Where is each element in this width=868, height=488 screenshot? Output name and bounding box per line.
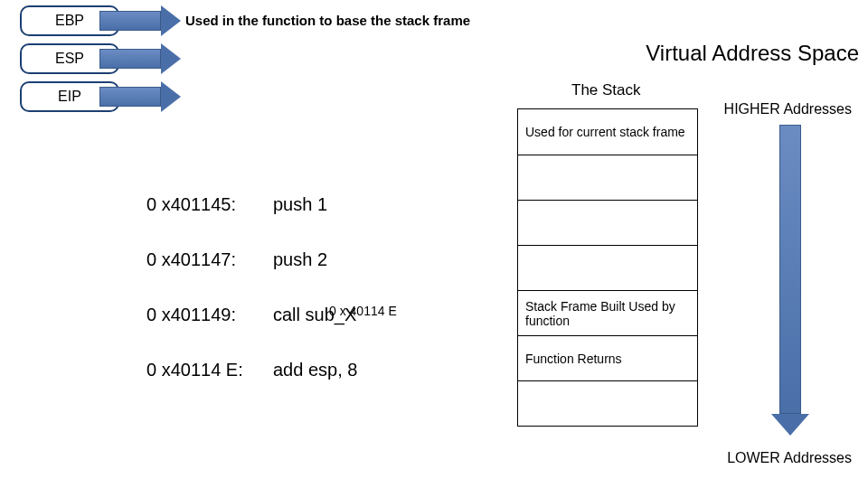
lower-addresses-label: LOWER Addresses: [727, 450, 852, 466]
stack-cell: [518, 245, 697, 290]
address-direction-arrow: [779, 125, 809, 436]
instruction-address: 0 x401145:: [146, 194, 273, 215]
instruction-row: 0 x401145: push 1: [146, 194, 357, 215]
stack-cell: [518, 200, 697, 245]
stack-cell: [518, 380, 697, 426]
instruction-list: 0 x401145: push 1 0 x401147: push 2 0 x4…: [146, 194, 357, 415]
instruction-text: push 2: [273, 249, 327, 270]
virtual-address-space-title: Virtual Address Space: [646, 41, 859, 66]
instruction-address: 0 x401149:: [146, 305, 273, 325]
stack-title: The Stack: [571, 81, 641, 99]
instruction-text: add esp, 8: [273, 360, 357, 380]
instruction-text: call sub_X 0 x 40114 E: [273, 305, 356, 325]
higher-addresses-label: HIGHER Addresses: [724, 101, 852, 117]
stack-diagram: Used for current stack frame Stack Frame…: [517, 108, 698, 427]
stack-cell: [518, 155, 697, 200]
stack-cell: Stack Frame Built Used by function: [518, 290, 697, 335]
instruction-row: 0 x401147: push 2: [146, 249, 357, 270]
instruction-address: 0 x401147:: [146, 249, 273, 270]
instruction-text: push 1: [273, 194, 327, 215]
ebp-description: Used in the function to base the stack f…: [185, 13, 470, 28]
instruction-row: 0 x401149: call sub_X 0 x 40114 E: [146, 305, 357, 325]
return-address-overlay: 0 x 40114 E: [329, 304, 397, 318]
instruction-row: 0 x40114 E: add esp, 8: [146, 360, 357, 380]
instruction-address: 0 x40114 E:: [146, 360, 273, 380]
stack-cell: Used for current stack frame: [518, 109, 697, 155]
stack-cell: Function Returns: [518, 335, 697, 380]
